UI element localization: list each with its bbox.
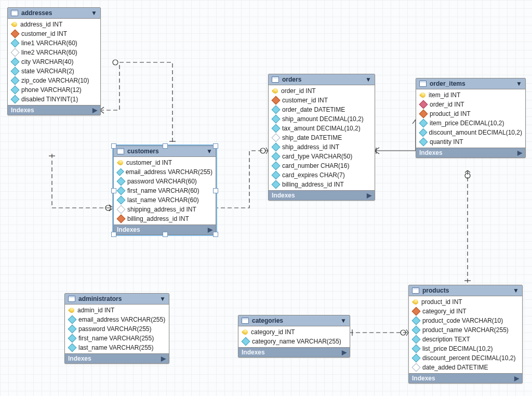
column[interactable]: line2 VARCHAR(60) [8,48,100,57]
chevron-down-icon[interactable]: ▼ [206,148,212,155]
column[interactable]: admin_id INT [65,306,169,315]
column[interactable]: card_number CHAR(16) [269,161,375,170]
column[interactable]: category_id INT [409,307,522,316]
column[interactable]: zip_code VARCHAR(10) [8,76,100,85]
column-icon [272,162,281,170]
chevron-down-icon[interactable]: ▼ [516,80,522,87]
column[interactable]: product_id INT [409,297,522,307]
indexes-footer[interactable]: Indexes ▶ [65,353,169,363]
table-header[interactable]: categories ▼ [238,315,350,326]
svg-line-20 [465,170,468,173]
column[interactable]: line1 VARCHAR(60) [8,38,100,48]
column[interactable]: address_id INT [8,20,100,29]
column[interactable]: customer_id INT [8,29,100,38]
indexes-footer[interactable]: Indexes ▶ [238,347,350,357]
column[interactable]: item_id INT [416,90,525,100]
table-products[interactable]: products ▼ product_id INTcategory_id INT… [408,285,523,384]
table-header[interactable]: products ▼ [409,285,522,296]
column[interactable]: card_type VARCHAR(50) [269,152,375,161]
table-administrators[interactable]: administrators ▼ admin_id INTemail_addre… [64,293,169,364]
column-label: order_date DATETIME [282,106,345,113]
column[interactable]: order_id INT [269,86,375,96]
indexes-footer[interactable]: Indexes ▶ [409,373,522,383]
column-icon [272,105,281,114]
erd-canvas[interactable]: .rel{stroke:#333;stroke-width:1.2;fill:n… [0,0,532,396]
column[interactable]: shipping_address_id INT [114,205,216,214]
indexes-footer[interactable]: Indexes ▶ [8,105,100,115]
column[interactable]: date_added DATETIME [409,363,522,372]
column[interactable]: billing_address_id INT [114,214,216,223]
svg-point-23 [401,330,406,335]
indexes-footer[interactable]: Indexes ▶ [269,190,375,200]
resize-handle[interactable] [213,143,218,149]
table-title: administrators [78,295,122,302]
resize-handle[interactable] [111,143,116,149]
chevron-down-icon[interactable]: ▼ [513,287,519,294]
column[interactable]: customer_id INT [114,158,216,167]
column-label: item_price DECIMAL(10,2) [430,120,504,127]
column[interactable]: ship_date DATETIME [269,133,375,142]
column-icon [68,334,77,343]
table-header[interactable]: order_items ▼ [416,78,525,89]
column[interactable]: description TEXT [409,335,522,344]
column[interactable]: product_code VARCHAR(10) [409,316,522,325]
table-header[interactable]: addresses ▼ [8,8,100,19]
column[interactable]: discount_amount DECIMAL(10,2) [416,128,525,137]
column[interactable]: order_date DATETIME [269,105,375,114]
column[interactable]: first_name VARCHAR(255) [65,334,169,343]
column-icon [412,316,421,325]
column[interactable]: customer_id INT [269,96,375,105]
column[interactable]: ship_address_id INT [269,142,375,152]
column[interactable]: first_name VARCHAR(60) [114,186,216,195]
column[interactable]: product_name VARCHAR(255) [409,325,522,335]
resize-handle[interactable] [163,232,168,237]
resize-handle[interactable] [213,232,218,237]
column[interactable]: quantity INT [416,137,525,147]
column-icon [272,152,281,161]
column[interactable]: disabled TINYINT(1) [8,95,100,104]
table-header[interactable]: administrators ▼ [65,294,169,305]
chevron-down-icon[interactable]: ▼ [365,76,371,83]
table-orders[interactable]: orders ▼ order_id INTcustomer_id INTorde… [268,74,375,201]
column[interactable]: phone VARCHAR(12) [8,85,100,95]
column[interactable]: category_id INT [238,327,350,337]
chevron-down-icon[interactable]: ▼ [340,317,347,324]
resize-handle[interactable] [111,232,116,237]
table-icon [412,287,419,294]
column[interactable]: card_expires CHAR(7) [269,170,375,180]
column[interactable]: password VARCHAR(255) [65,324,169,334]
chevron-down-icon[interactable]: ▼ [91,9,97,17]
table-customers[interactable]: customers ▼ customer_id INTemail_address… [113,146,216,235]
column[interactable]: email_address VARCHAR(255) [65,315,169,324]
table-header[interactable]: orders ▼ [269,74,375,85]
column[interactable]: tax_amount DECIMAL(10,2) [269,124,375,133]
column-icon [117,177,126,186]
table-addresses[interactable]: addresses ▼ address_id INTcustomer_id IN… [7,7,101,115]
column[interactable]: product_id INT [416,109,525,118]
indexes-label: Indexes [11,107,34,114]
indexes-footer[interactable]: Indexes ▶ [416,148,525,157]
column[interactable]: last_name VARCHAR(60) [114,195,216,205]
indexes-label: Indexes [272,192,295,199]
column[interactable]: city VARCHAR(40) [8,57,100,67]
column[interactable]: email_address VARCHAR(255) [114,167,216,177]
resize-handle[interactable] [163,143,168,149]
column[interactable]: billing_address_id INT [269,180,375,189]
column[interactable]: last_name VARCHAR(255) [65,343,169,352]
table-categories[interactable]: categories ▼ category_id INTcategory_nam… [238,315,350,358]
column[interactable]: order_id INT [416,100,525,109]
column[interactable]: list_price DECIMAL(10,2) [409,344,522,353]
column-icon [117,196,126,205]
column-label: discount_percent DECIMAL(10,2) [422,354,515,362]
column-label: password VARCHAR(255) [78,325,152,333]
column[interactable]: state VARCHAR(2) [8,67,100,76]
resize-handle[interactable] [213,188,218,193]
column[interactable]: discount_percent DECIMAL(10,2) [409,353,522,363]
column[interactable]: item_price DECIMAL(10,2) [416,118,525,128]
column[interactable]: password VARCHAR(60) [114,177,216,186]
table-order-items[interactable]: order_items ▼ item_id INTorder_id INTpro… [416,78,526,158]
column[interactable]: category_name VARCHAR(255) [238,337,350,346]
column[interactable]: ship_amount DECIMAL(10,2) [269,114,375,124]
resize-handle[interactable] [111,188,116,193]
chevron-down-icon[interactable]: ▼ [159,295,166,302]
